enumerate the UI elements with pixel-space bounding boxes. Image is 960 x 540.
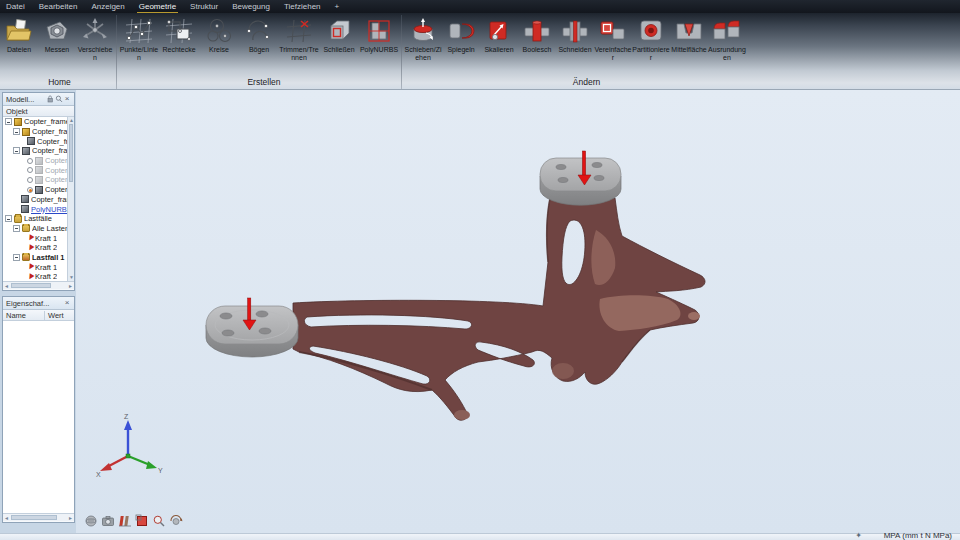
optimized-structure[interactable] (293, 198, 705, 420)
tool-punkte-linien[interactable]: Punkte/Linien (119, 15, 159, 61)
scrollbar-thumb[interactable] (11, 283, 51, 288)
scroll-left-icon[interactable]: ◄ (3, 514, 10, 522)
spiegeln-icon (446, 17, 476, 45)
show-hide-icon[interactable] (118, 514, 132, 528)
scrollbar-thumb[interactable] (11, 515, 57, 520)
scroll-right-icon[interactable]: ► (67, 514, 74, 522)
tree-item-part[interactable]: Copter_frame (3, 195, 74, 205)
polynurbs-icon (364, 17, 394, 45)
vereinfacher-icon (598, 17, 628, 45)
menu-add-tab[interactable]: + (335, 1, 340, 13)
tool-trimmen-trennen[interactable]: Trimmen/Trennen (279, 15, 319, 61)
tool-skalieren[interactable]: Skalieren (480, 15, 518, 54)
menu-bearbeiten[interactable]: Bearbeiten (39, 1, 78, 13)
tool-mittelflaeche[interactable]: Mittelfläche (670, 15, 708, 54)
collapse-icon[interactable] (13, 225, 20, 232)
tool-verschieben[interactable]: Verschieben (76, 15, 114, 61)
menu-tiefziehen[interactable]: Tiefziehen (284, 1, 321, 13)
motor-mount-top[interactable] (540, 158, 621, 205)
tool-ausrundungen[interactable]: Ausrundungen (708, 15, 746, 61)
zoom-icon[interactable] (152, 514, 166, 528)
copter-frame-model[interactable]: Z Y X (76, 90, 960, 533)
tree-item-part[interactable]: Copter_fra (3, 136, 74, 146)
tool-label: Boolesch (523, 46, 552, 54)
tree-item-kraft-1[interactable]: ▶Kraft 1 (3, 233, 74, 243)
properties-horizontal-scrollbar[interactable]: ◄ ► (3, 513, 74, 521)
scrollbar-thumb[interactable] (69, 124, 73, 182)
tool-label: Bögen (249, 46, 269, 54)
radio-on-icon[interactable] (27, 187, 33, 193)
tool-schneiden[interactable]: Schneiden (556, 15, 594, 54)
tree-vertical-scrollbar[interactable]: ▲ ▼ (67, 117, 74, 281)
collapse-icon[interactable] (5, 215, 12, 222)
leg-tip (454, 410, 470, 420)
tool-label: Trimmen/Trennen (279, 46, 319, 61)
tree-item-polynurbs[interactable]: PolyNURBS- (3, 204, 74, 214)
tool-vereinfacher[interactable]: Vereinfacher (594, 15, 632, 61)
menu-bewegung[interactable]: Bewegung (232, 1, 270, 13)
tool-label: Schließen (323, 46, 354, 54)
tool-spiegeln[interactable]: Spiegeln (442, 15, 480, 54)
properties-panel: Eigenschaf... × Name Wert ◄ ► (2, 296, 75, 523)
scroll-up-icon[interactable]: ▲ (68, 117, 74, 124)
menu-anzeigen[interactable]: Anzeigen (91, 1, 124, 13)
tree-item-kraft-1[interactable]: ▶Kraft 1 (3, 262, 74, 272)
fit-view-icon[interactable] (135, 514, 149, 528)
menu-struktur[interactable]: Struktur (190, 1, 218, 13)
column-wert: Wert (45, 311, 74, 320)
tool-rechtecke[interactable]: Rechtecke (159, 15, 199, 54)
rotate-view-icon[interactable] (169, 514, 183, 528)
close-icon[interactable]: × (63, 95, 71, 103)
scroll-down-icon[interactable]: ▼ (68, 274, 74, 281)
tool-label: Verschieben (76, 46, 114, 61)
tree-item-alternative[interactable]: Copter (3, 175, 74, 185)
tool-kreise[interactable]: Kreise (199, 15, 239, 54)
tree-horizontal-scrollbar[interactable]: ◄ ► (3, 281, 74, 289)
tree-item-copter-frame[interactable]: Copter_frame (3, 127, 74, 137)
collapse-icon[interactable] (13, 254, 20, 261)
search-icon[interactable] (55, 95, 63, 103)
close-icon[interactable]: × (63, 299, 71, 307)
collapse-icon[interactable] (13, 128, 20, 135)
units-diamond-icon[interactable]: ✦ (855, 531, 862, 540)
tool-dateien[interactable]: Dateien (0, 15, 38, 54)
tree-item-kraft-2[interactable]: ▶Kraft 2 (3, 272, 74, 281)
part-icon (22, 147, 30, 155)
motor-mount-left[interactable] (206, 306, 298, 357)
part-icon (35, 166, 43, 174)
folder-icon (14, 215, 22, 223)
tool-partitionierer[interactable]: Partitionierer (632, 15, 670, 61)
tree-item-alle-lasten[interactable]: Alle Lasten, V (3, 224, 74, 234)
home-view-icon[interactable] (84, 514, 98, 528)
radio-off-icon[interactable] (27, 177, 33, 183)
tool-boegen[interactable]: Bögen (239, 15, 279, 54)
group-home: Home (0, 75, 119, 89)
tree-item-alternative-active[interactable]: Copter (3, 185, 74, 195)
pin-icon[interactable] (46, 95, 54, 103)
collapse-icon[interactable] (5, 118, 12, 125)
tree-item-alternative[interactable]: Copter (3, 165, 74, 175)
tool-label: Partitionierer (632, 46, 670, 61)
tree-item-lastfaelle[interactable]: Lastfälle (3, 214, 74, 224)
menu-datei[interactable]: Datei (6, 1, 25, 13)
radio-off-icon[interactable] (27, 167, 33, 173)
tree-column-header: Objekt (3, 106, 74, 117)
tool-boolesch[interactable]: Boolesch (518, 15, 556, 54)
tree-item-copter-frame-v2[interactable]: Copter_frame_V2 (3, 117, 74, 127)
tree-item-kraft-2[interactable]: ▶Kraft 2 (3, 243, 74, 253)
scroll-right-icon[interactable]: ► (67, 282, 74, 290)
menu-geometrie[interactable]: Geometrie (139, 1, 176, 13)
tool-polynurbs[interactable]: PolyNURBS (359, 15, 399, 54)
snapshot-icon[interactable] (101, 514, 115, 528)
tool-messen[interactable]: Messen (38, 15, 76, 54)
scroll-left-icon[interactable]: ◄ (3, 282, 10, 290)
radio-off-icon[interactable] (27, 158, 33, 164)
tree-item-alternative[interactable]: Copter (3, 156, 74, 166)
tree-item-copter-frame[interactable]: Copter_frame (3, 146, 74, 156)
tool-schliessen[interactable]: Schließen (319, 15, 359, 54)
tree-item-lastfall-1[interactable]: Lastfall 1 (3, 253, 74, 263)
collapse-icon[interactable] (13, 147, 20, 154)
units-label[interactable]: MPA (mm t N MPa) (884, 531, 952, 540)
application-window: Datei Bearbeiten Anzeigen Geometrie Stru… (0, 0, 960, 540)
tool-schieben-ziehen[interactable]: Schieben/Ziehen (404, 15, 442, 61)
